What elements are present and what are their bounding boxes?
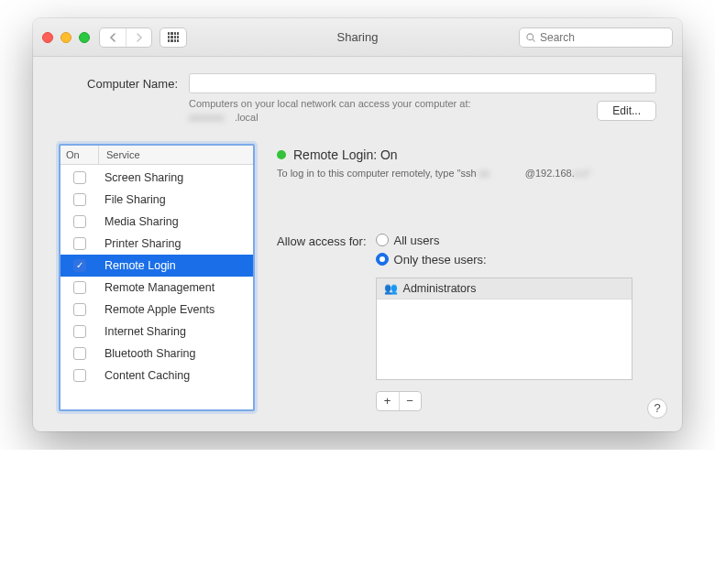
service-row[interactable]: Screen Sharing — [60, 167, 253, 189]
service-row[interactable]: Printer Sharing — [60, 233, 253, 255]
radio-icon — [376, 234, 389, 246]
service-label: Internet Sharing — [99, 322, 253, 341]
status-text: Remote Login: On — [293, 147, 398, 162]
radio-all-users[interactable]: All users — [376, 234, 632, 247]
content-area: Computer Name: Computers on your local n… — [33, 57, 682, 431]
users-group-icon: 👥 — [384, 282, 398, 295]
back-button[interactable] — [100, 28, 126, 47]
service-checkbox[interactable] — [73, 347, 86, 360]
service-row[interactable]: Remote Login — [60, 255, 253, 277]
login-instruction: To log in to this computer remotely, typ… — [277, 168, 656, 179]
remove-user-button[interactable]: − — [399, 392, 421, 410]
zoom-window-button[interactable] — [79, 32, 90, 43]
radio-only-users[interactable]: Only these users: — [376, 253, 632, 267]
status-dot-icon — [277, 150, 286, 159]
service-label: File Sharing — [99, 191, 253, 209]
sharing-preferences-window: Sharing Computer Name: Computers on your… — [33, 18, 682, 431]
service-checkbox[interactable] — [73, 325, 86, 338]
nav-buttons — [99, 27, 152, 48]
service-checkbox[interactable] — [73, 281, 86, 294]
titlebar: Sharing — [33, 18, 682, 57]
edit-button[interactable]: Edit... — [597, 101, 656, 121]
computer-name-label: Computer Name: — [59, 77, 178, 91]
service-checkbox[interactable] — [73, 369, 86, 382]
add-user-button[interactable]: + — [377, 392, 399, 410]
service-checkbox[interactable] — [73, 215, 86, 228]
service-checkbox[interactable] — [73, 193, 86, 206]
service-label: Content Caching — [99, 366, 253, 385]
search-input[interactable] — [540, 31, 666, 44]
services-list-header: On Service — [60, 146, 253, 165]
service-row[interactable]: Remote Management — [60, 277, 253, 299]
service-label: Remote Management — [99, 278, 253, 297]
user-label: Administrators — [403, 282, 477, 295]
forward-button[interactable] — [126, 28, 151, 47]
service-checkbox[interactable] — [73, 303, 86, 316]
add-remove-group: + − — [376, 391, 422, 411]
help-button[interactable]: ? — [647, 398, 667, 419]
radio-icon — [376, 253, 389, 266]
header-service: Service — [99, 146, 253, 164]
window-title: Sharing — [337, 30, 379, 44]
service-row[interactable]: Internet Sharing — [60, 321, 253, 343]
hostname-description: Computers on your local network can acce… — [189, 97, 471, 125]
service-label: Remote Apple Events — [99, 300, 253, 319]
access-label: Allow access for: — [277, 234, 367, 248]
search-icon — [525, 32, 536, 43]
service-label: Remote Login — [99, 256, 253, 275]
header-on: On — [60, 146, 99, 164]
radio-all-label: All users — [394, 234, 440, 247]
service-row[interactable]: Remote Apple Events — [60, 299, 253, 321]
services-list[interactable]: On Service Screen SharingFile SharingMed… — [59, 144, 255, 411]
service-label: Screen Sharing — [99, 169, 253, 187]
users-list[interactable]: 👥 Administrators — [376, 278, 632, 380]
svg-point-0 — [527, 33, 534, 39]
service-row[interactable]: Content Caching — [60, 365, 253, 387]
svg-line-1 — [533, 38, 535, 41]
minimize-window-button[interactable] — [60, 32, 72, 43]
show-all-button[interactable] — [160, 27, 187, 48]
service-row[interactable]: File Sharing — [60, 189, 253, 211]
service-label: Bluetooth Sharing — [99, 344, 253, 363]
service-checkbox[interactable] — [73, 171, 86, 184]
search-field[interactable] — [519, 27, 673, 48]
service-row[interactable]: Bluetooth Sharing — [60, 343, 253, 365]
close-window-button[interactable] — [42, 32, 53, 43]
computer-name-input[interactable] — [189, 73, 656, 93]
service-row[interactable]: Media Sharing — [60, 211, 253, 233]
user-row[interactable]: 👥 Administrators — [377, 278, 632, 299]
service-detail: Remote Login: On To log in to this compu… — [277, 144, 656, 411]
radio-only-label: Only these users: — [394, 253, 487, 267]
service-checkbox[interactable] — [73, 237, 86, 250]
grid-icon — [168, 32, 179, 43]
window-controls — [42, 32, 90, 43]
service-label: Printer Sharing — [99, 234, 253, 253]
service-label: Media Sharing — [99, 212, 253, 231]
service-checkbox[interactable] — [73, 259, 86, 272]
